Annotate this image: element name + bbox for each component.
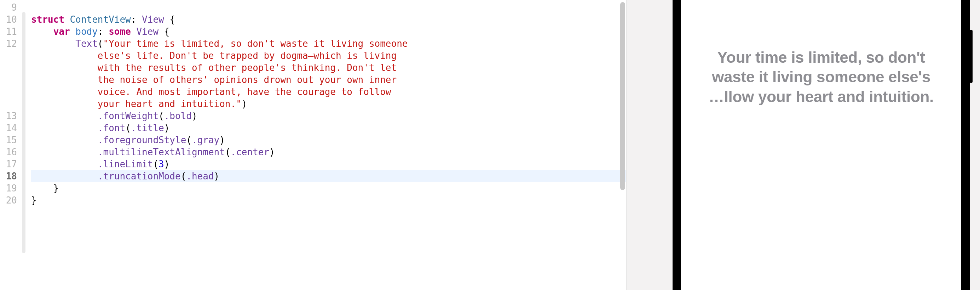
code-line[interactable]: .font(.title): [31, 122, 626, 134]
code-line-wrap[interactable]: voice. And most important, have the cour…: [31, 86, 626, 98]
code-line[interactable]: var body: some View {: [31, 26, 626, 38]
line-number: 13: [0, 110, 22, 122]
code-line-wrap[interactable]: else's life. Don't be trapped by dogma—w…: [31, 50, 626, 62]
line-number: 12: [0, 38, 22, 110]
simulator-device-frame: Your time is limited, so don't waste it …: [673, 0, 970, 290]
code-line[interactable]: .foregroundStyle(.gray): [31, 134, 626, 146]
line-number: 15: [0, 134, 22, 146]
line-number-gutter: 9 10 11 12 13 14 15 16 17 18 19 20: [0, 0, 22, 290]
preview-text-line: …llow your heart and intuition.: [690, 87, 952, 106]
code-line[interactable]: struct ContentView: View {: [31, 13, 626, 26]
code-line-wrap[interactable]: the noise of others' opinions drown out …: [31, 74, 626, 86]
code-line[interactable]: [31, 2, 626, 13]
code-editor-pane[interactable]: 9 10 11 12 13 14 15 16 17 18 19 20 struc…: [0, 0, 626, 290]
line-number: 11: [0, 26, 22, 38]
code-line[interactable]: Text("Your time is limited, so don't was…: [31, 38, 626, 50]
code-line-wrap[interactable]: your heart and intuition."): [31, 98, 626, 110]
code-line[interactable]: .fontWeight(.bold): [31, 110, 626, 122]
line-number-current: 18: [0, 170, 22, 182]
line-number: 16: [0, 146, 22, 158]
preview-text-line: Your time is limited, so don't: [690, 48, 952, 67]
line-number: 17: [0, 158, 22, 170]
line-number: 9: [0, 2, 22, 13]
code-line-current[interactable]: .truncationMode(.head): [31, 170, 626, 182]
line-number: 10: [0, 13, 22, 26]
editor-vertical-scrollbar[interactable]: [620, 2, 625, 190]
line-number: 20: [0, 194, 22, 206]
preview-text-line: waste it living someone else's: [690, 67, 952, 87]
code-text-area[interactable]: struct ContentView: View { var body: som…: [22, 0, 626, 290]
line-number: 19: [0, 182, 22, 194]
code-line-wrap[interactable]: with the results of other people's think…: [31, 62, 626, 74]
code-line[interactable]: }: [31, 194, 626, 206]
code-line[interactable]: .multilineTextAlignment(.center): [31, 146, 626, 158]
preview-canvas[interactable]: Your time is limited, so don't waste it …: [626, 0, 980, 290]
line-number: 14: [0, 122, 22, 134]
code-line[interactable]: }: [31, 182, 626, 194]
preview-text-output: Your time is limited, so don't waste it …: [690, 48, 952, 106]
code-line[interactable]: .lineLimit(3): [31, 158, 626, 170]
